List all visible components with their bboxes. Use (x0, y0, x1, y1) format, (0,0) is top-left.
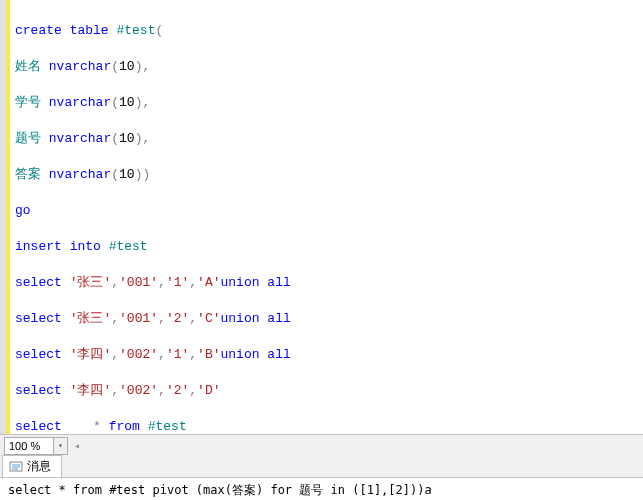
code-line: select '李四','002','1','B'union all (15, 346, 566, 364)
tab-label: 消息 (27, 458, 51, 475)
code-line: select '张三','001','2','C'union all (15, 310, 566, 328)
code-line: go (15, 202, 566, 220)
message-line: select * from #test pivot (max(答案) for 题… (8, 482, 635, 498)
change-marker (6, 0, 10, 434)
zoom-bar: ▾ ◂ (0, 434, 643, 456)
messages-panel[interactable]: select * from #test pivot (max(答案) for 题… (0, 478, 643, 500)
tab-messages[interactable]: 消息 (2, 455, 62, 477)
results-tabs: 消息 (0, 456, 643, 478)
code-line: 姓名 nvarchar(10), (15, 58, 566, 76)
code-line: select '张三','001','1','A'union all (15, 274, 566, 292)
messages-icon (9, 461, 23, 473)
zoom-input[interactable] (4, 437, 54, 455)
code-line: insert into #test (15, 238, 566, 256)
code-line: create table #test( (15, 22, 566, 40)
code-line: select '李四','002','2','D' (15, 382, 566, 400)
code-line: 答案 nvarchar(10)) (15, 166, 566, 184)
code-area[interactable]: create table #test( 姓名 nvarchar(10), 学号 … (15, 4, 566, 434)
drag-handle-icon[interactable]: ◂ (74, 440, 80, 452)
code-line: 学号 nvarchar(10), (15, 94, 566, 112)
code-line: 题号 nvarchar(10), (15, 130, 566, 148)
zoom-dropdown[interactable]: ▾ (54, 437, 68, 455)
code-line: select * from #test (15, 418, 566, 434)
sql-editor[interactable]: create table #test( 姓名 nvarchar(10), 学号 … (0, 0, 643, 434)
